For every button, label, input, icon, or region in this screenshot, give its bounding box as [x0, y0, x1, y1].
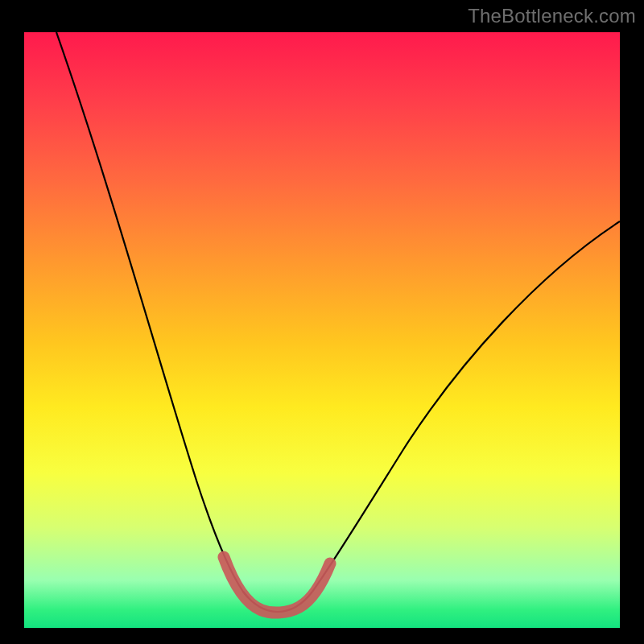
plot-area	[24, 32, 620, 628]
chart-frame: TheBottleneck.com	[0, 0, 644, 644]
optimal-zone-highlight	[224, 557, 330, 613]
curve-layer	[24, 32, 620, 628]
bottleneck-curve-left	[56, 32, 248, 597]
watermark-text: TheBottleneck.com	[468, 5, 636, 27]
bottleneck-curve-right	[312, 221, 620, 592]
